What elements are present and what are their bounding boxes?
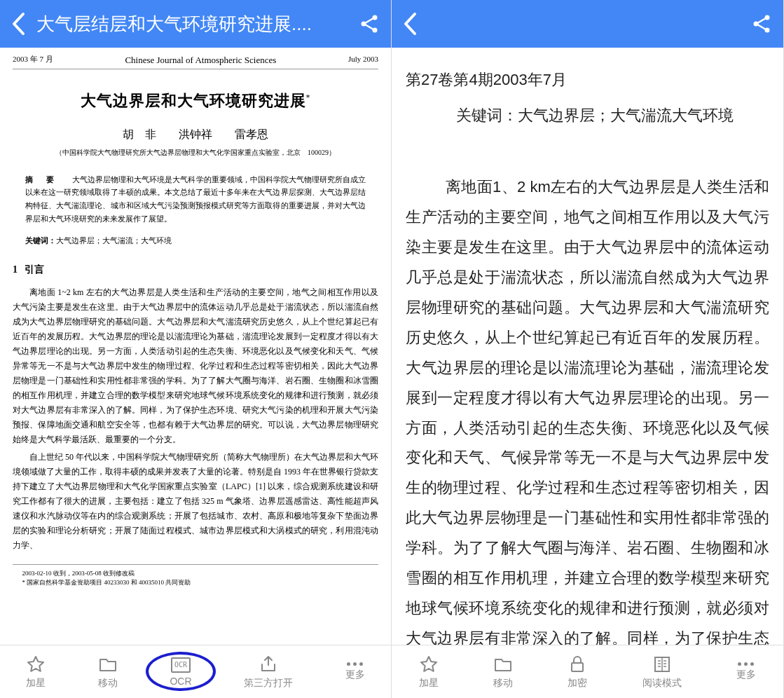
doc-keywords: 关键词：大气边界层；大气湍流；大气环境 — [25, 235, 366, 247]
doc-abstract-label: 摘 要 — [25, 175, 57, 184]
right-panel: 第27卷第4期2003年7月 关键词：大气边界层；大气湍流大气环境 离地面1、2… — [392, 0, 784, 698]
lock-icon — [568, 655, 587, 674]
doc-section-heading: 1引言 — [13, 262, 378, 277]
back-icon[interactable] — [403, 12, 417, 36]
nav-label: OCR — [170, 676, 191, 687]
doc-footer: 2003-02-10 收到，2003-05-08 收到修改稿 * 国家自然科学基… — [13, 564, 378, 588]
text-viewer[interactable]: 第27卷第4期2003年7月 关键词：大气边界层；大气湍流大气环境 离地面1、2… — [392, 48, 783, 645]
nav-label: 更多 — [736, 669, 756, 681]
ocr-icon: OCR — [171, 657, 191, 673]
nav-label: 加星 — [26, 677, 46, 690]
document-page: 2003 年 7 月 Chinese Journal of Atmospheri… — [0, 48, 391, 595]
doc-affiliation: （中国科学院大气物理研究所大气边界层物理和大气化学国家重点实验室，北京 1000… — [13, 147, 378, 158]
doc-keywords-label: 关键词： — [25, 236, 56, 245]
encrypt-button[interactable]: 加密 — [568, 655, 587, 690]
nav-label: 加星 — [419, 677, 439, 690]
folder-icon — [98, 655, 118, 674]
star-icon — [26, 655, 46, 674]
text-content: 第27卷第4期2003年7月 关键词：大气边界层；大气湍流大气环境 离地面1、2… — [392, 48, 783, 645]
star-button[interactable]: 加星 — [26, 655, 46, 690]
back-icon[interactable] — [11, 12, 25, 36]
doc-meta-center: Chinese Journal of Atmospheric Sciences — [53, 53, 348, 67]
nav-label: 移动 — [98, 677, 118, 690]
doc-abstract: 摘 要 大气边界层物理和大气环境是大气科学的重要领域，中国科学院大气物理研究所自… — [25, 173, 366, 226]
more-dots-icon — [347, 662, 363, 666]
share-icon[interactable] — [751, 13, 772, 34]
text-keywords: 关键词：大气边界层；大气湍流大气环境 — [406, 103, 769, 128]
doc-meta-left: 2003 年 7 月 — [13, 53, 53, 67]
doc-footer-line: * 国家自然科学基金资助项目 40233030 和 40035010 共同资助 — [13, 578, 378, 588]
more-button[interactable]: 更多 — [345, 662, 365, 681]
right-header — [392, 0, 783, 48]
doc-meta-right: July 2003 — [348, 53, 378, 67]
right-bottom-nav: 加星 移动 加密 阅读模式 更多 — [392, 645, 783, 698]
nav-label: 第三方打开 — [244, 677, 293, 690]
left-header-title: 大气层结层和大气环境研究进展.... — [36, 12, 348, 36]
doc-title: 大气边界层和大气环境研究进展* — [13, 89, 378, 112]
left-header: 大气层结层和大气环境研究进展.... — [0, 0, 391, 48]
document-viewer[interactable]: 2003 年 7 月 Chinese Journal of Atmospheri… — [0, 48, 391, 645]
more-dots-icon — [738, 662, 754, 666]
nav-label: 阅读模式 — [642, 677, 682, 690]
doc-footer-line: 2003-02-10 收到，2003-05-08 收到修改稿 — [13, 569, 378, 579]
doc-body-para: 自上世纪 50 年代以来，中国科学院大气物理研究所（简称大气物理所）在大气边界层… — [13, 450, 378, 553]
doc-meta-row: 2003 年 7 月 Chinese Journal of Atmospheri… — [13, 53, 378, 69]
text-meta: 第27卷第4期2003年7月 — [406, 67, 769, 92]
doc-body-para: 离地面 1~2 km 左右的大气边界层是人类生活和生产活动的主要空间，地气之间相… — [13, 285, 378, 447]
nav-label: 更多 — [345, 669, 365, 681]
read-mode-button[interactable]: 阅读模式 — [642, 655, 682, 690]
more-button[interactable]: 更多 — [736, 662, 756, 681]
nav-label: 加密 — [568, 677, 587, 690]
open-external-icon — [259, 655, 278, 674]
open-with-button[interactable]: 第三方打开 — [244, 655, 293, 690]
nav-label: 移动 — [493, 677, 513, 690]
left-bottom-nav: 加星 移动 OCR OCR 第三方打开 更多 — [0, 645, 391, 698]
doc-authors: 胡 非 洪钟祥 雷孝恩 — [13, 126, 378, 143]
move-button[interactable]: 移动 — [493, 655, 513, 690]
left-panel: 大气层结层和大气环境研究进展.... 2003 年 7 月 Chinese Jo… — [0, 0, 392, 698]
move-button[interactable]: 移动 — [98, 655, 118, 690]
star-button[interactable]: 加星 — [419, 655, 439, 690]
folder-icon — [493, 655, 513, 674]
text-paragraph: 离地面1、2 km左右的大气边界层是人类生活和生产活动的主要空间，地气之间相互作… — [406, 172, 769, 645]
svg-rect-6 — [572, 663, 583, 671]
share-icon[interactable] — [359, 13, 380, 34]
read-mode-icon — [652, 655, 672, 674]
ocr-button[interactable]: OCR OCR — [170, 657, 191, 687]
star-icon — [419, 655, 439, 674]
